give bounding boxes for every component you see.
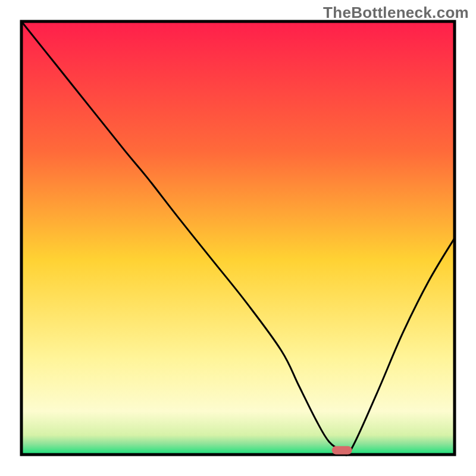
bottleneck-chart (0, 0, 476, 476)
plot-background (21, 21, 455, 455)
watermark-text: TheBottleneck.com (323, 4, 469, 22)
chart-container: TheBottleneck.com (0, 0, 476, 476)
optimal-marker (332, 446, 352, 455)
